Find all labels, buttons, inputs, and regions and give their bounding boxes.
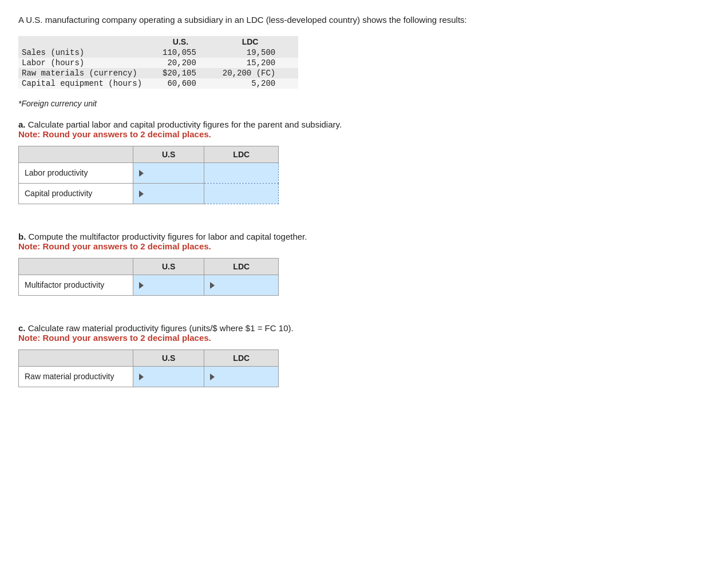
col-header-us: U.S. [159, 36, 219, 47]
section-b-col-us: U.S [133, 258, 204, 275]
table-row: Sales (units) 110,055 19,500 [18, 47, 298, 58]
multifactor-productivity-label: Multifactor productivity [19, 275, 133, 295]
section-c-col-blank [19, 349, 133, 366]
table-row: Labor (hours) 20,200 15,200 [18, 58, 298, 68]
section-c-note: Note: Round your answers to 2 decimal pl… [18, 333, 710, 343]
section-a: a. Calculate partial labor and capital p… [18, 120, 710, 204]
row-ldc: 15,200 [219, 58, 298, 68]
data-table: U.S. LDC Sales (units) 110,055 19,500 La… [18, 36, 298, 89]
section-a-question: Calculate partial labor and capital prod… [28, 120, 342, 129]
row-us: 110,055 [159, 47, 219, 58]
labor-productivity-us-input[interactable] [133, 162, 204, 183]
table-row: Capital productivity [19, 183, 279, 204]
multifactor-productivity-ldc-input[interactable] [204, 275, 279, 295]
footnote: *Foreign currency unit [18, 99, 710, 108]
labor-productivity-label: Labor productivity [19, 162, 133, 183]
section-c-question: Calculate raw material productivity figu… [28, 323, 294, 333]
labor-productivity-ldc-input[interactable] [204, 162, 279, 183]
table-row: Raw materials (currency) $20,105 20,200 … [18, 68, 298, 78]
row-ldc: 20,200 (FC) [219, 68, 298, 78]
row-us: 60,600 [159, 78, 219, 89]
row-us: $20,105 [159, 68, 219, 78]
row-label: Labor (hours) [18, 58, 159, 68]
section-b-col-ldc: LDC [204, 258, 279, 275]
arrow-icon [210, 374, 215, 380]
section-c-letter: c. [18, 323, 26, 333]
col-header-ldc: LDC [219, 36, 298, 47]
row-label: Capital equipment (hours) [18, 78, 159, 89]
capital-productivity-us-input[interactable] [133, 183, 204, 204]
section-a-col-ldc: LDC [204, 146, 279, 162]
row-label: Sales (units) [18, 47, 159, 58]
section-a-table: U.S LDC Labor productivity Capital produ… [18, 146, 279, 204]
arrow-icon [139, 170, 144, 177]
section-b-table: U.S LDC Multifactor productivity [18, 258, 279, 296]
section-c: c. Calculate raw material productivity f… [18, 323, 710, 387]
section-c-col-ldc: LDC [204, 349, 279, 366]
row-us: 20,200 [159, 58, 219, 68]
section-b-letter: b. [18, 232, 26, 241]
section-c-col-us: U.S [133, 349, 204, 366]
section-b-header: b. Compute the multifactor productivity … [18, 232, 710, 251]
multifactor-productivity-us-input[interactable] [133, 275, 204, 295]
section-b-col-blank [19, 258, 133, 275]
table-row: Multifactor productivity [19, 275, 279, 295]
table-row: Capital equipment (hours) 60,600 5,200 [18, 78, 298, 89]
section-a-col-us: U.S [133, 146, 204, 162]
arrow-icon [139, 374, 144, 380]
arrow-icon [139, 282, 144, 289]
row-ldc: 19,500 [219, 47, 298, 58]
raw-material-productivity-ldc-input[interactable] [204, 366, 279, 387]
col-header-label [18, 36, 159, 47]
raw-material-productivity-label: Raw material productivity [19, 366, 133, 387]
raw-material-productivity-us-input[interactable] [133, 366, 204, 387]
row-label: Raw materials (currency) [18, 68, 159, 78]
section-b: b. Compute the multifactor productivity … [18, 232, 710, 296]
row-ldc: 5,200 [219, 78, 298, 89]
arrow-icon [210, 282, 215, 289]
section-b-question: Compute the multifactor productivity fig… [29, 232, 307, 241]
data-table-wrapper: U.S. LDC Sales (units) 110,055 19,500 La… [18, 36, 710, 89]
table-row: Raw material productivity [19, 366, 279, 387]
intro-text: A U.S. manufacturing company operating a… [18, 14, 710, 27]
section-b-note: Note: Round your answers to 2 decimal pl… [18, 241, 710, 251]
capital-productivity-ldc-input[interactable] [204, 183, 279, 204]
section-a-col-blank [19, 146, 133, 162]
section-c-header: c. Calculate raw material productivity f… [18, 323, 710, 343]
section-a-note: Note: Round your answers to 2 decimal pl… [18, 129, 710, 139]
arrow-icon [139, 190, 144, 197]
capital-productivity-label: Capital productivity [19, 183, 133, 204]
section-a-header: a. Calculate partial labor and capital p… [18, 120, 710, 139]
section-a-letter: a. [18, 120, 26, 129]
section-c-table: U.S LDC Raw material productivity [18, 349, 279, 387]
table-row: Labor productivity [19, 162, 279, 183]
